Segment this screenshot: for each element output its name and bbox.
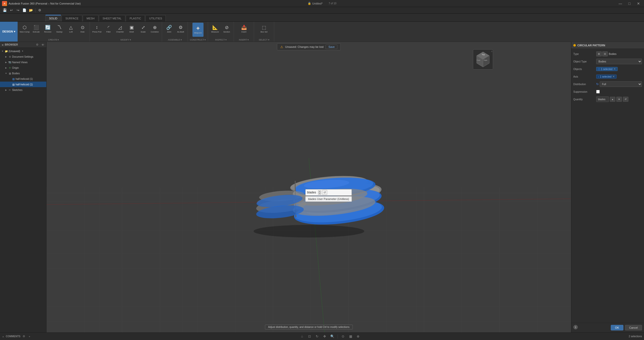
qa-open-button[interactable]: 📂 <box>28 8 34 13</box>
param-label-suppression: Suppression <box>573 90 595 93</box>
ribbon-hole[interactable]: ⊙Hole <box>77 23 88 35</box>
qa-undo-button[interactable]: ↩ <box>9 8 14 13</box>
cancel-button[interactable]: Cancel <box>625 325 642 330</box>
type-btn-features[interactable]: ⊟ <box>602 51 608 56</box>
ribbon-insert-mesh[interactable]: 📥Insert <box>238 23 250 35</box>
tree-item-body-2[interactable]: ▧ half-helicoid (1) <box>0 82 46 87</box>
ribbon-joint[interactable]: 🔗Joint <box>164 23 175 35</box>
tab-mesh[interactable]: MESH <box>83 15 98 21</box>
ribbon-extrude[interactable]: ⬛Extrude <box>31 23 42 35</box>
quantity-stepper-up[interactable]: ▲ <box>610 97 615 102</box>
viewcube[interactable]: Top Right Front ⌂ <box>473 49 493 70</box>
ribbon-sweep[interactable]: 〽Sweep <box>54 23 65 35</box>
bottom-bar: ▲ COMMENTS ⚙ + ⌂ ⊡ ↻ ✥ 🔍 ⊙ ▦ ⊕ 2 selecti… <box>0 332 644 340</box>
browser-eye-icon[interactable]: 👁 <box>41 43 45 47</box>
comments-settings-icon[interactable]: ⚙ <box>22 334 26 338</box>
objects-badge-remove[interactable]: ✕ <box>613 67 616 71</box>
ribbon-chamfer[interactable]: ◿Chamfer <box>114 23 126 35</box>
ribbon-measure[interactable]: 📐Measure <box>210 23 221 35</box>
viewcube-canvas[interactable]: Top Right Front ⌂ <box>473 49 493 70</box>
type-btn-faces[interactable]: ⊞ <box>596 51 602 56</box>
tree-item-body-1[interactable]: ▧ half-helicoid (1) <box>0 76 46 82</box>
browser-settings-icon[interactable]: ⚙ <box>35 43 39 47</box>
ribbon-press-pull[interactable]: ↕Press Pull <box>91 23 102 35</box>
nav-snap-icon[interactable]: ⊕ <box>355 334 361 339</box>
quantity-input-field[interactable] <box>596 96 609 102</box>
tab-bar: SOLID SURFACE MESH SHEET METAL PLASTIC U… <box>0 14 644 22</box>
ribbon-loft[interactable]: △Loft <box>65 23 76 35</box>
tree-item-named-views[interactable]: ▶ 📷 Named Views <box>0 59 46 65</box>
suppression-checkbox[interactable] <box>596 90 600 93</box>
nav-zoom-icon[interactable]: 🔍 <box>330 334 335 339</box>
quantity-down-arrow[interactable]: ▼ <box>318 193 321 195</box>
param-label-type: Type <box>573 53 595 55</box>
axis-badge-remove[interactable]: ✕ <box>612 75 615 78</box>
minimize-button[interactable]: — <box>617 1 624 6</box>
objects-selected-badge[interactable]: ⬡ 1 selected ✕ <box>596 67 618 71</box>
ok-button[interactable]: OK <box>611 325 623 330</box>
construct-group-label[interactable]: CONSTRUCT ▾ <box>190 38 206 41</box>
tree-item-doc-settings[interactable]: ▶ ⚙ Document Settings <box>0 54 46 59</box>
quantity-input-value[interactable]: blades <box>307 191 317 194</box>
ribbon-fillet[interactable]: ◜Fillet <box>103 23 114 35</box>
close-button[interactable]: ✕ <box>635 1 642 6</box>
nav-fit-icon[interactable]: ⊡ <box>307 334 312 339</box>
tree-label-doc-settings: Document Settings <box>12 55 33 58</box>
nav-home-icon[interactable]: ⌂ <box>299 334 305 339</box>
ribbon-revolve[interactable]: 🔄Revolve <box>42 23 53 35</box>
nav-display-icon[interactable]: ⊙ <box>340 334 346 339</box>
comments-add-icon[interactable]: + <box>27 334 31 338</box>
browser-collapse-arrow[interactable]: ◀ <box>2 44 3 46</box>
quantity-refresh-btn-panel[interactable]: ↺ <box>623 97 628 102</box>
insert-group-label[interactable]: INSERT ▾ <box>239 38 249 41</box>
distribution-select[interactable]: Full Spacing <box>600 81 642 87</box>
nav-orbit-icon[interactable]: ↻ <box>314 334 320 339</box>
ribbon-scale[interactable]: ⤢Scale <box>138 23 149 35</box>
panel-info-button[interactable]: ℹ <box>573 325 578 329</box>
modify-group-label[interactable]: MODIFY ▾ <box>120 38 131 41</box>
assemble-group-label[interactable]: ASSEMBLE ▾ <box>168 38 182 41</box>
tree-item-sketches[interactable]: ▶ ✏ Sketches <box>0 87 46 93</box>
ribbon-tools-assemble: 🔗Joint ⚙As-Built <box>164 23 186 38</box>
viewport[interactable]: blades ▲ ▼ ↺ blades User Parameter (Unit… <box>47 42 571 332</box>
ribbon-new-component[interactable]: ⬡New Comp <box>19 23 30 35</box>
ribbon-shell[interactable]: ▣Shell <box>126 23 137 35</box>
qa-new-button[interactable]: 📄 <box>22 8 27 13</box>
ribbon-combine[interactable]: ⊕Combine <box>149 23 160 35</box>
design-dropdown[interactable]: DESIGN ▾ <box>0 22 18 42</box>
qa-save-button[interactable]: 💾 <box>2 8 8 13</box>
tab-surface[interactable]: SURFACE <box>62 15 82 21</box>
inspect-group-label[interactable]: INSPECT ▾ <box>215 38 227 41</box>
quantity-input-box[interactable]: blades ▲ ▼ ↺ <box>305 189 352 196</box>
tree-item-bodies[interactable]: ▼ ▦ Bodies <box>0 71 46 76</box>
select-group-label[interactable]: SELECT ▾ <box>259 38 269 41</box>
object-type-select[interactable]: Bodies Faces Features Components <box>596 59 642 64</box>
quantity-arrows: ▲ ▼ <box>318 190 321 195</box>
tab-solid[interactable]: SOLID <box>45 15 61 21</box>
create-group-label[interactable]: CREATE ▾ <box>48 38 59 41</box>
maximize-button[interactable]: □ <box>626 1 633 6</box>
tab-sheetmetal[interactable]: SHEET METAL <box>99 15 125 21</box>
tree-item-origin[interactable]: ▶ ✛ Origin <box>0 65 46 71</box>
axis-selected-badge[interactable]: ↕ 1 selected ✕ <box>596 75 617 79</box>
ribbon-construct-active[interactable]: ✦Midpoint <box>192 23 204 37</box>
tree-item-root[interactable]: ▼ 📁 (Unsaved) ✦ <box>0 48 46 54</box>
qa-redo-button[interactable]: ↪ <box>15 8 21 13</box>
tree-tag-root[interactable]: ✦ <box>22 50 24 52</box>
tree-icon-doc-settings: ⚙ <box>8 55 12 58</box>
qa-settings-button[interactable]: ⚙ <box>37 8 43 13</box>
nav-grid-icon[interactable]: ▦ <box>348 334 353 339</box>
ribbon-as-built[interactable]: ⚙As-Built <box>175 23 186 35</box>
quantity-stepper-down[interactable]: ▼ <box>616 97 622 102</box>
quantity-up-arrow[interactable]: ▲ <box>318 190 321 192</box>
tab-utilities[interactable]: UTILITIES <box>145 15 166 21</box>
nav-pan-icon[interactable]: ✥ <box>322 334 328 339</box>
quantity-refresh-button[interactable]: ↺ <box>322 190 327 195</box>
ribbon-select-box[interactable]: ⬚Box Sel <box>259 23 270 35</box>
tab-plastic[interactable]: PLASTIC <box>126 15 145 21</box>
save-button[interactable]: Save <box>326 45 337 49</box>
viewcube-home-icon[interactable]: ⌂ <box>491 50 492 52</box>
unsaved-bar: ⚠ Unsaved: Changes may be lost Save <box>277 43 341 50</box>
comments-collapse-icon[interactable]: ▲ <box>2 335 4 338</box>
ribbon-section[interactable]: ⊘Section <box>221 23 232 35</box>
